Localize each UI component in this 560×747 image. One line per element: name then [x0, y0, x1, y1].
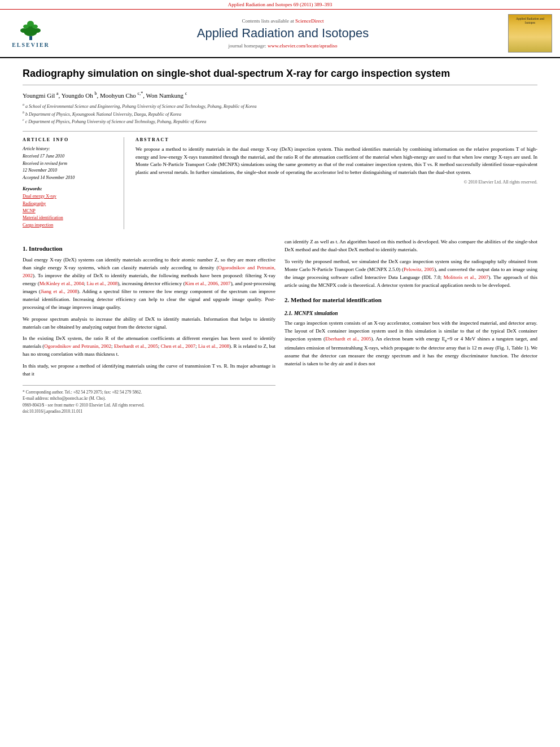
- journal-citation-bar: Applied Radiation and Isotopes 69 (2011)…: [0, 0, 560, 10]
- keyword-material-id[interactable]: Material identification: [23, 215, 118, 222]
- intro-para-3: In the existing DeX system, the ratio R …: [23, 335, 275, 359]
- article-body: Radiography simulation on single-shot du…: [0, 58, 560, 423]
- svg-point-4: [20, 28, 27, 33]
- ref-pelowitz-2005[interactable]: Pelowitz, 2005: [404, 267, 434, 272]
- article-info-abstract: ARTICLE INFO Article history: Received 1…: [23, 131, 537, 229]
- author-youngmi-gil: Youngmi Gil a: [23, 92, 59, 99]
- svg-point-5: [34, 28, 41, 33]
- right-intro-cont-2: To verify the proposed method, we simula…: [285, 258, 537, 290]
- keyword-dual-energy-xray[interactable]: Dual energy X-ray: [23, 193, 118, 200]
- main-col-right: can identify Z as well as t. An algorith…: [285, 238, 537, 414]
- sciencedirect-link[interactable]: ScienceDirect: [295, 18, 323, 24]
- abstract-panel: ABSTRACT We propose a method to identify…: [135, 137, 537, 229]
- copyright-line: © 2010 Elsevier Ltd. All rights reserved…: [135, 180, 537, 185]
- elsevier-logo-area: ELSEVIER: [7, 16, 58, 50]
- corresponding-note: * Corresponding author. Tel.: +82 54 279…: [23, 389, 275, 395]
- cover-text: Applied Radiation and Isotopes: [511, 17, 549, 25]
- mcnpx-para: The cargo inspection system consists of …: [285, 320, 537, 368]
- ref-kim-2006[interactable]: Kim et al., 2006, 2007: [185, 281, 231, 286]
- accepted-date: Accepted 14 November 2010: [23, 174, 118, 182]
- ref-chen-2007[interactable]: Chen et al., 2007: [161, 343, 195, 349]
- elsevier-logo: ELSEVIER: [7, 16, 55, 50]
- keyword-mcnp[interactable]: MCNP: [23, 208, 118, 215]
- keywords-section: Keywords: Dual energy X-ray Radiography …: [23, 186, 118, 229]
- ref-ogorodnikov-2002[interactable]: Ogorodnikov and Petrunin, 2002: [23, 265, 275, 278]
- journal-title-area: Contents lists available at ScienceDirec…: [63, 18, 502, 49]
- author-won-namkung: Won Namkung c: [146, 92, 187, 99]
- ref-eberhardt-2005[interactable]: Eberhardt et al., 2005: [114, 343, 158, 349]
- received-revised-label: Received in revised form: [23, 160, 118, 168]
- abstract-heading: ABSTRACT: [135, 137, 537, 142]
- affil-a: a a School of Environmental Science and …: [23, 102, 537, 110]
- journal-cover: Applied Radiation and Isotopes: [508, 14, 553, 53]
- affil-c: c c Department of Physics, Pohang Univer…: [23, 117, 537, 125]
- journal-header: ELSEVIER Contents lists available at Sci…: [0, 10, 560, 58]
- svg-rect-0: [29, 36, 32, 40]
- ref-molitoris-2007[interactable]: Molitoris et al., 2007: [444, 274, 489, 280]
- main-content: 1. Introduction Dual energy X-ray (DeX) …: [23, 238, 537, 414]
- issn-line: 0969-8043/$ - see front matter © 2010 El…: [23, 402, 275, 408]
- intro-para-4: In this study, we propose a method of id…: [23, 362, 275, 378]
- ref-liu-2008[interactable]: Liu et al., 2008: [86, 281, 117, 286]
- email-note: E-mail address: mhcho@postech.ac.kr (M. …: [23, 395, 275, 401]
- method-heading: 2. Method for material identification: [285, 295, 537, 305]
- elsevier-tree-icon: [18, 19, 43, 41]
- abstract-text: We propose a method to identify material…: [135, 146, 537, 176]
- journal-title: Applied Radiation and Isotopes: [63, 26, 502, 41]
- journal-homepage: journal homepage: www.elsevier.com/locat…: [63, 43, 502, 49]
- article-title: Radiography simulation on single-shot du…: [23, 67, 537, 85]
- svg-point-7: [32, 24, 38, 28]
- right-intro-cont-1: can identify Z as well as t. An algorith…: [285, 238, 537, 254]
- article-history: Article history: Received 17 June 2010 R…: [23, 146, 118, 182]
- intro-heading: 1. Introduction: [23, 244, 275, 254]
- revised-date: 12 November 2010: [23, 167, 118, 174]
- doi-line: doi:10.1016/j.apradiso.2010.11.011: [23, 408, 275, 414]
- intro-para-2: We propose spectrum analysis to increase…: [23, 316, 275, 331]
- author-youngdo-oh: Youngdo Oh b: [62, 92, 97, 99]
- received-date: Received 17 June 2010: [23, 153, 118, 160]
- article-info-panel: ARTICLE INFO Article history: Received 1…: [23, 137, 124, 229]
- journal-cover-image: Applied Radiation and Isotopes: [508, 14, 552, 53]
- intro-para-1: Dual energy X-ray (DeX) systems can iden…: [23, 256, 275, 312]
- sciencedirect-line: Contents lists available at ScienceDirec…: [63, 18, 502, 24]
- affiliations: a a School of Environmental Science and …: [23, 102, 537, 125]
- keyword-cargo-inspection[interactable]: Cargo inspection: [23, 222, 118, 229]
- authors-line: Youngmi Gil a, Youngdo Oh b, Moohyun Cho…: [23, 91, 537, 99]
- ref-eberhardt-2005b[interactable]: Eberhardt et al., 2005: [325, 336, 371, 342]
- history-label: Article history:: [23, 146, 118, 153]
- svg-point-6: [23, 24, 29, 28]
- mcnpx-subheading: 2.1. MCNPX simulation: [285, 309, 537, 318]
- footnotes: * Corresponding author. Tel.: +82 54 279…: [23, 385, 275, 414]
- elsevier-wordmark: ELSEVIER: [12, 42, 50, 48]
- keyword-radiography[interactable]: Radiography: [23, 200, 118, 208]
- main-col-left: 1. Introduction Dual energy X-ray (DeX) …: [23, 238, 275, 414]
- ref-jiang-2008[interactable]: Jiang et al., 2008: [41, 289, 77, 294]
- journal-homepage-link[interactable]: www.elsevier.com/locate/apradiso: [268, 43, 337, 49]
- ref-liu-2008b[interactable]: Liu et al., 2008: [198, 343, 229, 349]
- author-moohyun-cho: Moohyun Cho c,*: [100, 92, 143, 99]
- affil-b: b b Department of Physics, Kyoungpook Na…: [23, 110, 537, 118]
- journal-citation-text: Applied Radiation and Isotopes 69 (2011)…: [228, 2, 333, 7]
- keywords-label: Keywords:: [23, 186, 118, 191]
- article-info-heading: ARTICLE INFO: [23, 137, 118, 142]
- existing-text: existing: [37, 335, 54, 341]
- ref-mckinley-2004[interactable]: McKinley et al., 2004: [40, 281, 84, 286]
- ref-ogorodnikov-2002b[interactable]: Ogorodnikov and Petrunin, 2002: [44, 343, 111, 349]
